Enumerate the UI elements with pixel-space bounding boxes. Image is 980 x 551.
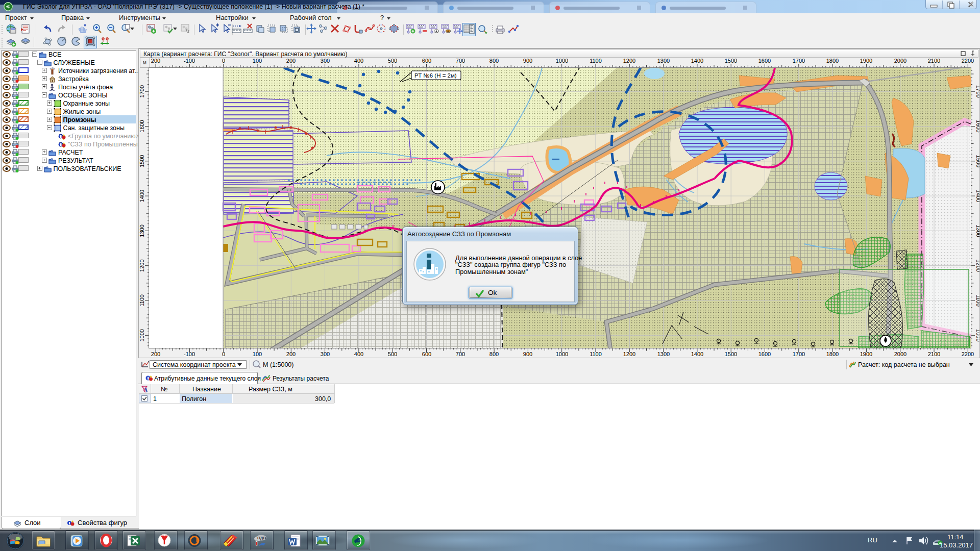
svg-text:1200: 1200 [623, 351, 635, 357]
svg-text:100: 100 [253, 58, 262, 64]
svg-text:1600: 1600 [758, 58, 771, 64]
svg-text:1500: 1500 [725, 58, 737, 64]
svg-text:600: 600 [422, 351, 431, 357]
svg-text:1900: 1900 [860, 58, 872, 64]
svg-text:700: 700 [456, 58, 465, 64]
svg-text:0: 0 [222, 351, 225, 357]
svg-text:1500: 1500 [725, 351, 737, 357]
svg-text:1400: 1400 [139, 190, 145, 202]
svg-text:200: 200 [151, 58, 160, 64]
svg-text:500: 500 [388, 351, 397, 357]
svg-text:2100: 2100 [928, 58, 940, 64]
svg-text:1400: 1400 [691, 58, 703, 64]
svg-text:700: 700 [456, 351, 465, 357]
svg-text:1300: 1300 [975, 224, 979, 237]
svg-text:0: 0 [222, 58, 225, 64]
svg-text:200: 200 [286, 351, 296, 357]
svg-text:2000: 2000 [894, 351, 906, 357]
svg-text:-100: -100 [184, 351, 195, 357]
svg-text:1100: 1100 [590, 58, 602, 64]
svg-text:1500: 1500 [975, 155, 979, 167]
svg-text:1300: 1300 [657, 58, 670, 64]
svg-text:800: 800 [489, 58, 499, 64]
svg-text:400: 400 [354, 58, 363, 64]
svg-text:1700: 1700 [793, 58, 805, 64]
svg-text:200: 200 [286, 58, 296, 64]
svg-text:1200: 1200 [139, 259, 145, 271]
svg-text:РТ №6 (Н = 2м): РТ №6 (Н = 2м) [414, 72, 457, 79]
svg-text:1900: 1900 [860, 351, 872, 357]
svg-text:1000: 1000 [556, 58, 568, 64]
svg-text:300: 300 [321, 351, 330, 357]
svg-text:400: 400 [354, 351, 363, 357]
svg-text:1000: 1000 [139, 329, 145, 341]
svg-text:ПДВ: ПДВ [257, 536, 266, 540]
svg-text:1700: 1700 [139, 85, 145, 97]
svg-text:1600: 1600 [139, 120, 145, 132]
svg-text:1200: 1200 [623, 58, 635, 64]
svg-text:1700: 1700 [793, 351, 805, 357]
svg-text:1700: 1700 [975, 85, 979, 97]
svg-text:1200: 1200 [975, 259, 979, 271]
svg-text:800: 800 [489, 351, 499, 357]
svg-text:2200: 2200 [962, 58, 974, 64]
svg-text:500: 500 [388, 58, 397, 64]
svg-text:1400: 1400 [691, 351, 703, 357]
svg-text:300: 300 [321, 58, 330, 64]
svg-text:2100: 2100 [928, 351, 940, 357]
svg-text:-100: -100 [184, 58, 195, 64]
svg-text:P: P [106, 37, 108, 40]
svg-text:200: 200 [151, 351, 160, 357]
svg-text:1500: 1500 [139, 155, 145, 167]
svg-text:1300: 1300 [657, 351, 670, 357]
svg-text:1600: 1600 [758, 351, 771, 357]
svg-text:1300: 1300 [139, 224, 145, 237]
svg-text:2200: 2200 [962, 351, 974, 357]
svg-text:100: 100 [253, 351, 262, 357]
svg-text:900: 900 [523, 58, 532, 64]
svg-text:1100: 1100 [139, 294, 145, 307]
svg-text:1800: 1800 [826, 351, 839, 357]
svg-text:2000: 2000 [894, 58, 906, 64]
svg-text:1000: 1000 [975, 329, 979, 341]
svg-text:1600: 1600 [975, 120, 979, 132]
svg-text:1800: 1800 [826, 58, 839, 64]
svg-text:900: 900 [523, 351, 532, 357]
svg-text:P: P [102, 37, 104, 40]
svg-text:1100: 1100 [590, 351, 602, 357]
svg-text:1000: 1000 [556, 351, 568, 357]
svg-text:1100: 1100 [975, 294, 979, 307]
svg-text:600: 600 [422, 58, 431, 64]
svg-text:1400: 1400 [975, 190, 979, 202]
